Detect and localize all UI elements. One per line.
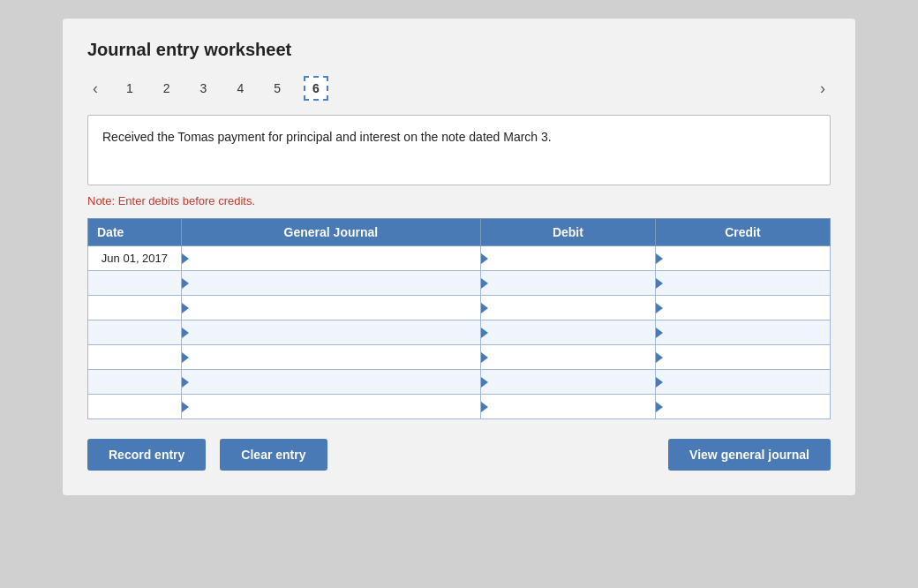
- col-header-credit: Credit: [655, 219, 830, 246]
- debit-cell-3[interactable]: [480, 296, 655, 320]
- date-cell-1: Jun 01, 2017: [88, 246, 182, 271]
- button-row: Record entry Clear entry View general jo…: [87, 439, 831, 471]
- record-entry-button[interactable]: Record entry: [87, 439, 206, 471]
- debit-cell-7[interactable]: [480, 395, 655, 419]
- journal-input-5[interactable]: [182, 345, 480, 369]
- debit-cell-5[interactable]: [480, 345, 655, 370]
- debit-input-2[interactable]: [481, 271, 655, 295]
- debit-arrow-6: [481, 377, 488, 388]
- debit-cell-1[interactable]: [480, 246, 655, 271]
- description-box: Received the Tomas payment for principal…: [87, 115, 831, 185]
- credit-cell-7[interactable]: [655, 395, 830, 419]
- credit-input-5[interactable]: [656, 345, 830, 369]
- row-arrow-2: [182, 278, 189, 289]
- credit-arrow-4: [656, 328, 663, 338]
- debit-arrow-5: [481, 352, 488, 363]
- credit-cell-3[interactable]: [655, 296, 830, 320]
- debit-input-3[interactable]: [481, 296, 655, 320]
- debit-input-4[interactable]: [481, 320, 655, 344]
- row-arrow-6: [182, 377, 189, 388]
- date-cell-4: [88, 320, 182, 345]
- credit-arrow-3: [656, 303, 663, 313]
- table-row: [88, 395, 831, 419]
- nav-item-3[interactable]: 3: [193, 78, 214, 99]
- table-row: [88, 296, 831, 320]
- journal-table: Date General Journal Debit Credit Jun 01…: [87, 218, 831, 419]
- debit-input-1[interactable]: [481, 246, 655, 270]
- credit-input-6[interactable]: [656, 370, 830, 394]
- journal-entry-worksheet-card: Journal entry worksheet ‹ 1 2 3 4 5 6 › …: [62, 18, 856, 496]
- debit-arrow-4: [481, 328, 488, 338]
- debit-input-5[interactable]: [481, 345, 655, 369]
- row-arrow-4: [182, 328, 189, 338]
- credit-cell-5[interactable]: [655, 345, 830, 370]
- debit-arrow-2: [481, 278, 488, 289]
- credit-input-7[interactable]: [656, 395, 830, 418]
- nav-item-2[interactable]: 2: [156, 78, 177, 99]
- row-arrow-5: [182, 352, 189, 363]
- page-title: Journal entry worksheet: [87, 40, 831, 60]
- nav-next-button[interactable]: ›: [815, 78, 831, 100]
- debit-cell-6[interactable]: [480, 370, 655, 395]
- debit-cell-4[interactable]: [480, 320, 655, 345]
- credit-input-1[interactable]: [656, 246, 830, 270]
- credit-arrow-1: [656, 253, 663, 264]
- journal-input-2[interactable]: [182, 271, 480, 295]
- note-text: Note: Enter debits before credits.: [87, 194, 831, 207]
- col-header-debit: Debit: [480, 219, 655, 246]
- clear-entry-button[interactable]: Clear entry: [220, 439, 327, 471]
- table-row: [88, 320, 831, 345]
- table-row: [88, 271, 831, 296]
- table-row: [88, 345, 831, 370]
- journal-cell-3[interactable]: [181, 296, 480, 320]
- nav-prev-button[interactable]: ‹: [87, 78, 103, 100]
- journal-cell-6[interactable]: [181, 370, 480, 395]
- journal-cell-5[interactable]: [181, 345, 480, 370]
- row-arrow-1: [182, 253, 189, 264]
- journal-input-1[interactable]: [182, 246, 480, 270]
- credit-arrow-6: [656, 377, 663, 388]
- journal-input-4[interactable]: [182, 320, 480, 344]
- debit-arrow-3: [481, 303, 488, 313]
- credit-input-3[interactable]: [656, 296, 830, 320]
- nav-row: ‹ 1 2 3 4 5 6 ›: [87, 76, 831, 101]
- journal-input-7[interactable]: [182, 395, 480, 418]
- credit-cell-1[interactable]: [655, 246, 830, 271]
- nav-item-4[interactable]: 4: [230, 78, 251, 99]
- date-cell-3: [88, 296, 182, 320]
- nav-item-6[interactable]: 6: [304, 76, 328, 101]
- journal-cell-2[interactable]: [181, 271, 480, 296]
- credit-cell-2[interactable]: [655, 271, 830, 296]
- journal-input-3[interactable]: [182, 296, 480, 320]
- date-cell-2: [88, 271, 182, 296]
- credit-input-2[interactable]: [656, 271, 830, 295]
- row-arrow-7: [182, 402, 189, 412]
- debit-arrow-7: [481, 402, 488, 412]
- credit-arrow-5: [656, 352, 663, 363]
- table-row: Jun 01, 2017: [88, 246, 831, 271]
- view-general-journal-button[interactable]: View general journal: [668, 439, 831, 471]
- nav-item-1[interactable]: 1: [119, 78, 140, 99]
- col-header-date: Date: [88, 219, 182, 246]
- col-header-journal: General Journal: [181, 219, 480, 246]
- journal-cell-4[interactable]: [181, 320, 480, 345]
- row-arrow-3: [182, 303, 189, 313]
- nav-item-5[interactable]: 5: [267, 78, 288, 99]
- debit-arrow-1: [481, 253, 488, 264]
- credit-cell-4[interactable]: [655, 320, 830, 345]
- debit-input-6[interactable]: [481, 370, 655, 394]
- debit-cell-2[interactable]: [480, 271, 655, 296]
- journal-input-6[interactable]: [182, 370, 480, 394]
- credit-input-4[interactable]: [656, 320, 830, 344]
- credit-arrow-7: [656, 402, 663, 412]
- credit-arrow-2: [656, 278, 663, 289]
- journal-cell-7[interactable]: [181, 395, 480, 419]
- debit-input-7[interactable]: [481, 395, 655, 418]
- date-cell-7: [88, 395, 182, 419]
- credit-cell-6[interactable]: [655, 370, 830, 395]
- table-row: [88, 370, 831, 395]
- date-cell-5: [88, 345, 182, 370]
- journal-cell-1[interactable]: [181, 246, 480, 271]
- date-cell-6: [88, 370, 182, 395]
